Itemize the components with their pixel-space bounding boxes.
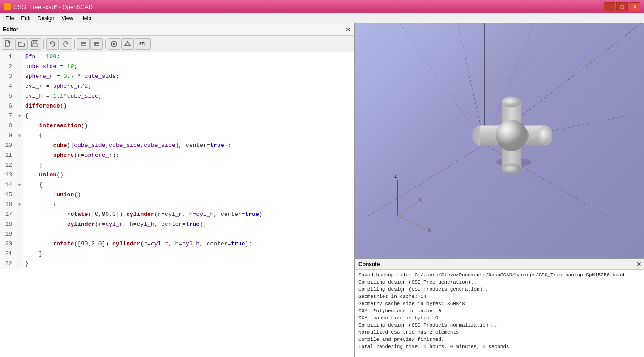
code-content: cylinder(r=cyl_r, h=cyl_h, center=true);: [23, 219, 209, 229]
line-number: 1: [0, 52, 16, 62]
console-panel: Console ✕ Saved backup file: C:/Users/St…: [355, 258, 644, 357]
svg-point-38: [502, 164, 521, 175]
console-line: Normalized CSG tree has 2 elements: [358, 329, 642, 336]
code-content: intersection(): [23, 121, 90, 131]
code-content: !union(): [23, 190, 83, 200]
menu-file[interactable]: File: [2, 14, 17, 22]
line-number: 4: [0, 82, 16, 91]
line-number: 14: [0, 180, 16, 190]
code-content: {: [23, 131, 44, 141]
fold-marker: [16, 160, 23, 170]
render-button[interactable]: [121, 38, 134, 50]
console-line: Compiling design (CSG Products normaliza…: [358, 322, 642, 329]
code-line-1: 1$fn = 100;: [0, 52, 354, 62]
code-content: }: [23, 160, 44, 170]
console-output: Saved backup file: C:/Users/Steve/Docume…: [355, 270, 644, 357]
new-file-button[interactable]: [2, 38, 14, 50]
fold-marker: [16, 121, 23, 131]
code-line-11: 11 sphere(r=sphere_r);: [0, 151, 354, 160]
editor-panel: Editor ✕: [0, 23, 355, 357]
code-line-13: 13 union(): [0, 170, 354, 180]
console-line: Geometries in cache: 14: [358, 293, 642, 300]
line-number: 17: [0, 210, 16, 219]
minimize-button[interactable]: ─: [604, 2, 615, 11]
open-file-button[interactable]: [15, 38, 28, 50]
titlebar: 🔶 CSG_Tree.scad* - OpenSCAD ─ □ ✕: [0, 0, 644, 13]
svg-point-35: [502, 97, 521, 108]
save-file-button[interactable]: [29, 38, 41, 50]
code-line-17: 17 rotate([0,90,0]) cylinder(r=cyl_r, h=…: [0, 210, 354, 219]
line-number: 11: [0, 151, 16, 160]
line-number: 7: [0, 111, 16, 121]
fold-marker: [16, 72, 23, 82]
indent-in-button[interactable]: [77, 38, 90, 50]
line-number: 20: [0, 239, 16, 249]
redo-button[interactable]: [60, 38, 72, 50]
code-line-4: 4cyl_r = sphere_r/2;: [0, 82, 354, 91]
undo-button[interactable]: [46, 38, 59, 50]
console-line: Compile and preview finished.: [358, 336, 642, 343]
editor-header: Editor ✕: [0, 23, 354, 36]
editor-title: Editor: [3, 26, 18, 33]
toolbar-sep-1: [43, 39, 44, 49]
preview-button[interactable]: [108, 38, 120, 50]
editor-toolbar: STL: [0, 36, 354, 52]
fold-marker: [16, 229, 23, 239]
code-line-8: 8 intersection(): [0, 121, 354, 131]
code-lines: 1$fn = 100;2cube_side = 10;3sphere_r = 0…: [0, 52, 354, 269]
console-close-button[interactable]: ✕: [636, 261, 642, 268]
code-editor[interactable]: 1$fn = 100;2cube_side = 10;3sphere_r = 0…: [0, 52, 354, 357]
fold-marker[interactable]: ▼: [16, 131, 23, 141]
console-line: Compiling design (CSG Products generatio…: [358, 286, 642, 293]
code-line-21: 21 }: [0, 249, 354, 259]
fold-marker: [16, 62, 23, 72]
menu-help[interactable]: Help: [77, 14, 95, 22]
code-line-22: 22}: [0, 259, 354, 269]
svg-rect-0: [5, 41, 9, 46]
code-content: {: [23, 200, 58, 210]
line-number: 18: [0, 219, 16, 229]
console-title: Console: [358, 261, 380, 267]
line-number: 15: [0, 190, 16, 200]
line-number: 5: [0, 91, 16, 101]
code-content: cyl_h = 1.1*cube_side;: [23, 91, 104, 101]
right-panel: Z x y: [355, 23, 644, 357]
code-line-10: 10 cube([cube_side,cube_side,cube_side],…: [0, 141, 354, 151]
fold-marker: [16, 91, 23, 101]
menu-edit[interactable]: Edit: [17, 14, 34, 22]
viewport-3d[interactable]: Z x y: [355, 23, 644, 258]
stl-export-button[interactable]: STL: [135, 38, 151, 50]
console-line: CGAL cache size in bytes: 0: [358, 314, 642, 322]
titlebar-left: 🔶 CSG_Tree.scad* - OpenSCAD: [4, 3, 93, 10]
code-content: {: [23, 111, 30, 121]
shape-svg: [471, 95, 552, 176]
editor-close-button[interactable]: ✕: [345, 26, 352, 33]
code-content: cube([cube_side,cube_side,cube_side], ce…: [23, 141, 233, 151]
line-number: 2: [0, 62, 16, 72]
close-button[interactable]: ✕: [629, 2, 640, 11]
fold-marker[interactable]: ▼: [16, 111, 23, 121]
indent-out-button[interactable]: [90, 38, 103, 50]
fold-marker[interactable]: ▼: [16, 200, 23, 210]
app-icon: 🔶: [4, 3, 11, 10]
3d-shape: [471, 95, 552, 177]
code-content: rotate([90,0,0]) cylinder(r=cyl_r, h=cyl…: [23, 239, 254, 249]
console-header: Console ✕: [355, 259, 644, 270]
line-number: 22: [0, 259, 16, 269]
svg-rect-4: [33, 44, 37, 47]
toolbar-sep-3: [105, 39, 106, 49]
menu-design[interactable]: Design: [34, 14, 58, 22]
fold-marker[interactable]: ▼: [16, 180, 23, 190]
svg-point-40: [496, 120, 527, 151]
fold-marker: [16, 259, 23, 269]
code-line-5: 5cyl_h = 1.1*cube_side;: [0, 91, 354, 101]
restore-button[interactable]: □: [616, 2, 628, 11]
toolbar-sep-2: [74, 39, 75, 49]
code-line-2: 2cube_side = 10;: [0, 62, 354, 72]
code-content: }: [23, 249, 44, 259]
svg-marker-12: [125, 41, 130, 46]
fold-marker: [16, 141, 23, 151]
main-layout: Editor ✕: [0, 23, 644, 357]
window-controls: ─ □ ✕: [604, 2, 640, 11]
menu-view[interactable]: View: [58, 14, 77, 22]
